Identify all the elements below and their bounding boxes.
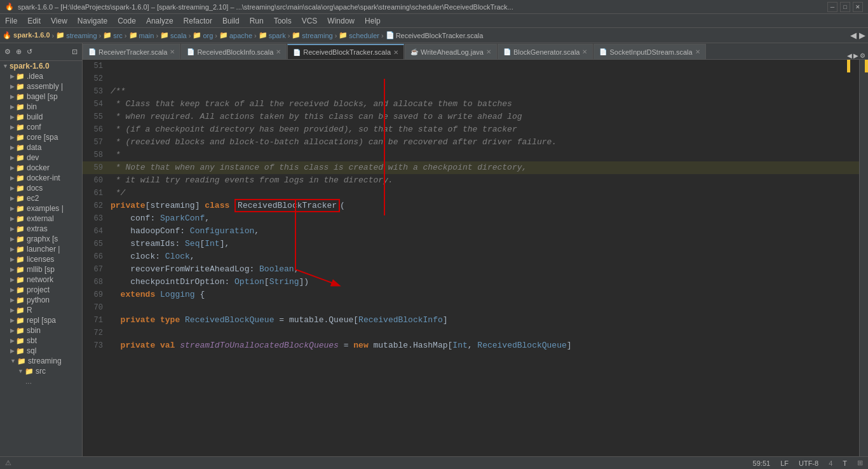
- sidebar-item-conf[interactable]: ▶📁conf: [0, 122, 82, 132]
- menu-build[interactable]: Build: [217, 15, 245, 27]
- sidebar-item-dev[interactable]: ▶📁dev: [0, 153, 82, 163]
- sidebar-item-external[interactable]: ▶📁external: [0, 214, 82, 224]
- yellow-marker: [847, 60, 850, 72]
- sidebar-item-sbin[interactable]: ▶📁sbin: [0, 325, 82, 336]
- sidebar-item-bagel[interactable]: ▶📁bagel [sp: [0, 92, 82, 102]
- menu-file[interactable]: File: [0, 15, 22, 27]
- tab-label4: WriteAheadLog.java: [421, 48, 484, 56]
- nav-apache[interactable]: apache: [229, 32, 252, 39]
- sidebar-item-licenses[interactable]: ▶📁licenses: [0, 254, 82, 264]
- menu-window[interactable]: Window: [322, 15, 360, 27]
- status-lang[interactable]: T: [843, 459, 847, 467]
- status-encoding[interactable]: UTF-8: [799, 459, 818, 467]
- sidebar-item-assembly[interactable]: ▶📁assembly |: [0, 81, 82, 92]
- sidebar-item-data[interactable]: ▶📁data: [0, 142, 82, 153]
- sidebar-item-python[interactable]: ▶📁python: [0, 295, 82, 305]
- nav-scheduler[interactable]: scheduler: [349, 32, 379, 39]
- close-button[interactable]: ✕: [853, 2, 863, 12]
- sidebar-item-bin[interactable]: ▶📁bin: [0, 102, 82, 112]
- code-line-63: 63 conf: SparkConf,: [83, 212, 859, 225]
- maximize-button[interactable]: □: [840, 2, 850, 12]
- breadcrumb: 🔥 spark-1.6.0 › 📁 streaming › 📁 src › 📁 …: [0, 28, 868, 43]
- nav-src[interactable]: src: [113, 32, 123, 39]
- nav-streaming[interactable]: streaming: [66, 32, 97, 39]
- menu-navigate[interactable]: Navigate: [72, 15, 112, 27]
- menu-analyze[interactable]: Analyze: [141, 15, 179, 27]
- sidebar-item-project[interactable]: ▶📁project: [0, 285, 82, 295]
- status-icon: ⊞: [857, 459, 863, 467]
- tab-scroll-left[interactable]: ◀: [847, 52, 852, 59]
- menu-code[interactable]: Code: [112, 15, 141, 27]
- tab-icon5: 📄: [503, 48, 511, 55]
- tab-close[interactable]: ✕: [170, 48, 175, 55]
- code-line-73: 73 private val streamIdToUnallocatedBloc…: [83, 339, 859, 352]
- tab-writeaheadlog[interactable]: ☕ WriteAheadLog.java ✕: [405, 44, 497, 59]
- tab-close3[interactable]: ✕: [393, 49, 398, 56]
- code-line-65: 65 streamIds: Seq[Int],: [83, 238, 859, 250]
- sidebar-item-streaming[interactable]: ▼📁streaming: [0, 356, 82, 366]
- nav-org[interactable]: org: [203, 32, 213, 39]
- status-lf[interactable]: LF: [780, 459, 789, 467]
- sidebar-item-extras[interactable]: ▶📁extras: [0, 224, 82, 234]
- menu-vcs[interactable]: VCS: [297, 15, 323, 27]
- sidebar-item-docker[interactable]: ▶📁docker: [0, 163, 82, 173]
- tab-label3: ReceivedBlockTracker.scala: [303, 48, 391, 56]
- sidebar-btn1[interactable]: ⚙: [3, 47, 13, 57]
- sidebar-item-sql[interactable]: ▶📁sql: [0, 346, 82, 356]
- editor-tabs: 📄 ReceiverTracker.scala ✕ 📄 ReceivedBloc…: [83, 43, 868, 60]
- minimize-button[interactable]: ─: [827, 2, 837, 12]
- nav-streaming2[interactable]: streaming: [302, 32, 332, 39]
- sidebar-item-ec2[interactable]: ▶📁ec2: [0, 193, 82, 203]
- tab-blockgenerator[interactable]: 📄 BlockGenerator.scala ✕: [498, 44, 593, 59]
- sidebar-item-more[interactable]: ...: [0, 376, 82, 386]
- nav-spark2[interactable]: spark: [269, 32, 286, 39]
- nav-spark[interactable]: 🔥 spark-1.6.0: [3, 31, 50, 39]
- tab-close5[interactable]: ✕: [582, 48, 587, 55]
- tab-receivedblockinfo[interactable]: 📄 ReceivedBlockInfo.scala ✕: [181, 44, 287, 59]
- nav-forward[interactable]: ▶: [859, 31, 865, 40]
- nav-file-icon: 📄: [386, 31, 395, 39]
- sidebar-btn3[interactable]: ↺: [25, 47, 34, 57]
- ide-window: 🔥 spark-1.6.0 – [H:\IdeaProjects\spark-1…: [0, 0, 868, 469]
- code-line-71: 71 private type ReceivedBlockQueue = mut…: [83, 314, 859, 327]
- tab-close4[interactable]: ✕: [486, 48, 491, 55]
- sidebar-item-sbt[interactable]: ▶📁sbt: [0, 336, 82, 346]
- tab-receivertracker[interactable]: 📄 ReceiverTracker.scala ✕: [83, 44, 180, 59]
- tab-label2: ReceivedBlockInfo.scala: [197, 48, 273, 56]
- nav-scala[interactable]: scala: [170, 32, 187, 39]
- sidebar-item-examples[interactable]: ▶📁examples |: [0, 203, 82, 214]
- sidebar-root[interactable]: ▼spark-1.6.0: [0, 61, 82, 71]
- tab-socketinputdstream[interactable]: 📄 SocketInputDStream.scala ✕: [593, 44, 705, 59]
- menu-tools[interactable]: Tools: [269, 15, 297, 27]
- tab-receivedblocktracker[interactable]: 📄 ReceivedBlockTracker.scala ✕: [287, 44, 404, 59]
- tab-gear[interactable]: ⚙: [860, 52, 865, 59]
- menu-refactor[interactable]: Refactor: [179, 15, 217, 27]
- code-editor[interactable]: 51 52 53 /** 54: [83, 60, 859, 456]
- nav-back[interactable]: ◀: [850, 31, 857, 40]
- nav-main[interactable]: main: [139, 32, 154, 39]
- sidebar-item-src[interactable]: ▼📁src: [0, 366, 82, 376]
- sidebar-item-network[interactable]: ▶📁network: [0, 275, 82, 285]
- sidebar-item-launcher[interactable]: ▶📁launcher |: [0, 244, 82, 254]
- sidebar-item-r[interactable]: ▶📁R: [0, 305, 82, 315]
- sidebar-item-build[interactable]: ▶📁build: [0, 112, 82, 122]
- menu-edit[interactable]: Edit: [22, 15, 46, 27]
- menu-view[interactable]: View: [46, 15, 72, 27]
- sidebar-item-idea[interactable]: ▶📁.idea: [0, 71, 82, 81]
- sidebar-item-core[interactable]: ▶📁core [spa: [0, 132, 82, 142]
- sidebar-item-docker-int[interactable]: ▶📁docker-int: [0, 173, 82, 183]
- sidebar-collapse[interactable]: ⊡: [70, 47, 79, 57]
- tab-close2[interactable]: ✕: [276, 48, 281, 55]
- tab-scroll-right[interactable]: ▶: [853, 52, 858, 59]
- code-line-62: 62 private[streaming] class ReceivedBloc…: [83, 200, 859, 212]
- sidebar-item-graphx[interactable]: ▶📁graphx [s: [0, 234, 82, 244]
- sidebar-item-repl[interactable]: ▶📁repl [spa: [0, 315, 82, 325]
- code-line-64: 64 hadoopConf: Configuration,: [83, 225, 859, 238]
- menu-run[interactable]: Run: [245, 15, 269, 27]
- tab-close6[interactable]: ✕: [695, 48, 700, 55]
- menu-help[interactable]: Help: [360, 15, 386, 27]
- sidebar-item-docs[interactable]: ▶📁docs: [0, 183, 82, 193]
- nav-filename[interactable]: ReceivedBlockTracker.scala: [396, 32, 484, 39]
- sidebar-btn2[interactable]: ⊕: [14, 47, 24, 57]
- sidebar-item-mllib[interactable]: ▶📁mllib [sp: [0, 264, 82, 275]
